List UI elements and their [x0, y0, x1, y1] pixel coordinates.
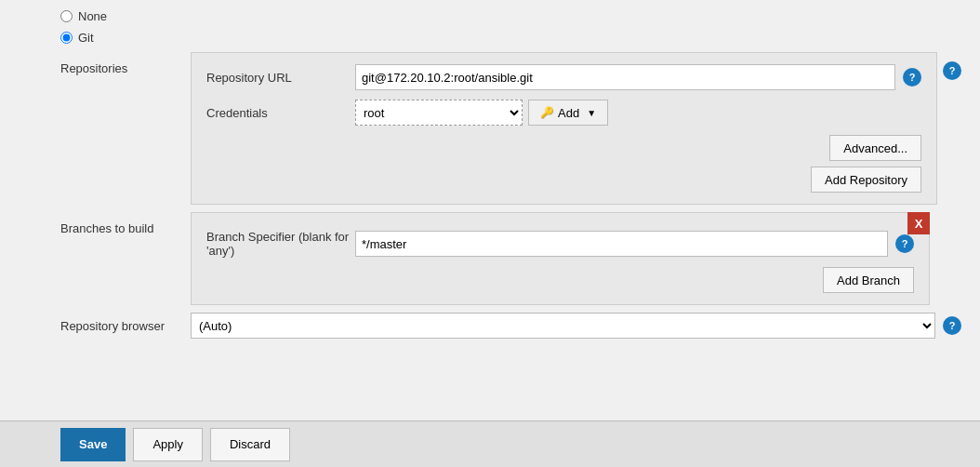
none-label: None — [78, 9, 107, 23]
discard-button[interactable]: Discard — [210, 428, 290, 461]
add-credentials-button[interactable]: 🔑 Add ▼ — [528, 100, 608, 126]
apply-button[interactable]: Apply — [133, 428, 203, 461]
repo-url-label: Repository URL — [206, 71, 355, 85]
credentials-select[interactable]: root — [355, 100, 523, 126]
browser-help-icon[interactable]: ? — [943, 316, 961, 335]
branches-label: Branches to build — [60, 212, 191, 235]
remove-branch-button[interactable]: X — [907, 212, 930, 234]
repo-btn-row: Advanced... — [206, 135, 921, 161]
credentials-row: Credentials root 🔑 Add ▼ — [206, 100, 921, 126]
browser-select[interactable]: (Auto) — [191, 313, 935, 339]
repositories-label: Repositories — [60, 52, 191, 75]
repositories-outer: Repositories Repository URL ? Credential… — [60, 52, 961, 208]
branches-outer: Branches to build X Branch Specifier (bl… — [60, 212, 961, 309]
credentials-controls: root 🔑 Add ▼ — [355, 100, 608, 126]
branch-specifier-input[interactable] — [355, 231, 888, 257]
add-branch-button[interactable]: Add Branch — [823, 267, 914, 293]
save-button[interactable]: Save — [60, 428, 126, 461]
branch-specifier-help-icon[interactable]: ? — [895, 234, 914, 253]
add-credentials-label: Add — [558, 106, 579, 120]
browser-outer: Repository browser (Auto) ? — [60, 313, 961, 339]
credentials-label: Credentials — [206, 106, 355, 120]
key-icon: 🔑 — [540, 106, 554, 119]
footer: Save Apply Discard — [0, 420, 980, 467]
repo-url-row: Repository URL ? — [206, 64, 921, 90]
main-container: None Git Repositories Repository URL ? C… — [0, 0, 980, 467]
add-branch-btn-row: Add Branch — [206, 267, 914, 293]
branch-specifier-label: Branch Specifier (blank for 'any') — [206, 230, 355, 258]
git-label: Git — [78, 31, 94, 45]
browser-label: Repository browser — [60, 319, 191, 333]
none-radio-row: None — [60, 9, 961, 23]
git-radio[interactable] — [60, 32, 73, 44]
advanced-button[interactable]: Advanced... — [829, 135, 921, 161]
repositories-help-icon[interactable]: ? — [943, 61, 961, 80]
add-repo-btn-row: Add Repository — [206, 167, 921, 193]
add-credentials-arrow: ▼ — [587, 108, 596, 118]
branch-specifier-row: Branch Specifier (blank for 'any') ? — [206, 230, 914, 258]
branches-section: X Branch Specifier (blank for 'any') ? A… — [191, 212, 930, 305]
repo-url-input[interactable] — [355, 64, 895, 90]
none-radio[interactable] — [60, 10, 73, 22]
repositories-section: Repository URL ? Credentials root 🔑 Add — [191, 52, 937, 205]
repo-url-help-icon[interactable]: ? — [903, 68, 921, 87]
git-radio-row: Git — [60, 31, 961, 45]
add-repository-button[interactable]: Add Repository — [811, 167, 921, 193]
content-area: None Git Repositories Repository URL ? C… — [0, 0, 980, 420]
